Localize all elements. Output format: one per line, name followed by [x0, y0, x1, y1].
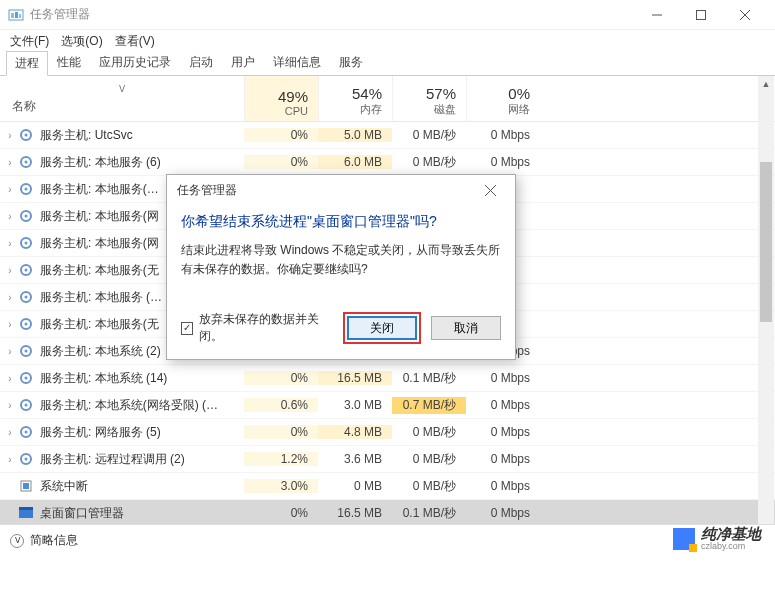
table-row[interactable]: ›服务主机: 远程过程调用 (2)1.2%3.6 MB0 MB/秒0 Mbps	[0, 446, 775, 473]
dialog-body-text: 结束此进程将导致 Windows 不稳定或关闭，从而导致丢失所有未保存的数据。你…	[181, 241, 501, 279]
shutdown-button[interactable]: 关闭	[347, 316, 417, 340]
dialog-heading: 你希望结束系统进程"桌面窗口管理器"吗?	[181, 213, 501, 231]
watermark: 纯净基地 czlaby.com	[673, 526, 761, 551]
cpu-usage-pct: 49%	[278, 88, 308, 105]
process-name-label: 服务主机: 本地服务(网	[40, 235, 159, 252]
gear-icon	[18, 451, 34, 467]
svg-rect-5	[697, 10, 706, 19]
gear-icon	[18, 154, 34, 170]
close-button[interactable]	[723, 0, 767, 30]
expander-icon[interactable]: ›	[4, 427, 16, 438]
process-name-label: 系统中断	[40, 478, 88, 495]
vertical-scrollbar[interactable]: ▲ ▼	[758, 76, 774, 556]
gear-icon	[18, 262, 34, 278]
menubar: 文件(F) 选项(O) 查看(V)	[0, 30, 775, 52]
cell-mem: 5.0 MB	[318, 128, 392, 142]
expander-icon[interactable]: ›	[4, 454, 16, 465]
table-row[interactable]: ›服务主机: 本地系统(网络受限) (…0.6%3.0 MB0.7 MB/秒0 …	[0, 392, 775, 419]
process-name-cell: ›服务主机: 远程过程调用 (2)	[0, 451, 244, 468]
scroll-thumb[interactable]	[760, 162, 772, 322]
table-row[interactable]: ›服务主机: 网络服务 (5)0%4.8 MB0 MB/秒0 Mbps	[0, 419, 775, 446]
process-name-label: 服务主机: 本地服务(网	[40, 208, 159, 225]
table-row[interactable]: 桌面窗口管理器0%16.5 MB0.1 MB/秒0 Mbps	[0, 500, 775, 527]
menu-file[interactable]: 文件(F)	[6, 31, 53, 52]
dialog-titlebar: 任务管理器	[167, 175, 515, 205]
col-memory[interactable]: 54% 内存	[318, 76, 392, 121]
watermark-sub: czlaby.com	[701, 541, 761, 551]
cell-net: 0 Mbps	[466, 398, 540, 412]
process-name-label: 服务主机: UtcSvc	[40, 127, 133, 144]
svg-rect-1	[11, 13, 14, 18]
process-name-label: 服务主机: 本地系统 (2)	[40, 343, 161, 360]
cell-disk: 0 MB/秒	[392, 424, 466, 441]
dwm-icon	[18, 505, 34, 521]
cell-cpu: 0%	[244, 155, 318, 169]
table-row[interactable]: ›服务主机: 本地系统 (14)0%16.5 MB0.1 MB/秒0 Mbps	[0, 365, 775, 392]
expander-icon[interactable]: ›	[4, 238, 16, 249]
cell-disk: 0 MB/秒	[392, 154, 466, 171]
cell-cpu: 3.0%	[244, 479, 318, 493]
cell-net: 0 Mbps	[466, 371, 540, 385]
cell-net: 0 Mbps	[466, 506, 540, 520]
net-label: 网络	[508, 102, 530, 117]
menu-options[interactable]: 选项(O)	[57, 31, 106, 52]
expander-icon[interactable]: ›	[4, 130, 16, 141]
col-cpu[interactable]: 49% CPU	[244, 76, 318, 121]
svg-point-11	[25, 161, 28, 164]
tab-processes[interactable]: 进程	[6, 51, 48, 76]
cancel-button[interactable]: 取消	[431, 316, 501, 340]
process-name-label: 服务主机: 网络服务 (5)	[40, 424, 161, 441]
chevron-down-icon[interactable]: ᐯ	[10, 534, 24, 548]
tab-performance[interactable]: 性能	[48, 50, 90, 75]
gear-icon	[18, 235, 34, 251]
gear-icon	[18, 316, 34, 332]
tab-users[interactable]: 用户	[222, 50, 264, 75]
expander-icon[interactable]: ›	[4, 265, 16, 276]
menu-view[interactable]: 查看(V)	[111, 31, 159, 52]
expander-icon[interactable]: ›	[4, 157, 16, 168]
col-name[interactable]: ᐯ 名称	[0, 76, 244, 121]
cell-disk: 0 MB/秒	[392, 478, 466, 495]
cell-cpu: 0%	[244, 371, 318, 385]
cell-disk: 0.1 MB/秒	[392, 505, 466, 522]
tab-services[interactable]: 服务	[330, 50, 372, 75]
svg-rect-37	[19, 507, 33, 510]
col-disk[interactable]: 57% 磁盘	[392, 76, 466, 121]
gear-icon	[18, 370, 34, 386]
table-row[interactable]: ›服务主机: 本地服务 (6)0%6.0 MB0 MB/秒0 Mbps	[0, 149, 775, 176]
cell-mem: 6.0 MB	[318, 155, 392, 169]
cpu-label: CPU	[285, 105, 308, 117]
expander-icon[interactable]: ›	[4, 373, 16, 384]
expander-icon[interactable]: ›	[4, 184, 16, 195]
cell-disk: 0.1 MB/秒	[392, 370, 466, 387]
tab-startup[interactable]: 启动	[180, 50, 222, 75]
col-network[interactable]: 0% 网络	[466, 76, 540, 121]
minimize-button[interactable]	[635, 0, 679, 30]
cell-cpu: 0%	[244, 506, 318, 520]
expander-icon[interactable]: ›	[4, 400, 16, 411]
tab-details[interactable]: 详细信息	[264, 50, 330, 75]
svg-point-19	[25, 269, 28, 272]
expander-icon[interactable]: ›	[4, 292, 16, 303]
process-name-label: 服务主机: 本地服务(无	[40, 262, 159, 279]
primary-button-highlight: 关闭	[343, 312, 421, 344]
simple-info-link[interactable]: 简略信息	[30, 532, 78, 549]
col-name-label: 名称	[12, 98, 36, 115]
expander-icon[interactable]: ›	[4, 319, 16, 330]
expander-icon[interactable]: ›	[4, 346, 16, 357]
dialog-close-button[interactable]	[475, 175, 505, 205]
table-row[interactable]: 系统中断3.0%0 MB0 MB/秒0 Mbps	[0, 473, 775, 500]
process-name-cell: ›服务主机: 本地系统(网络受限) (…	[0, 397, 244, 414]
table-row[interactable]: ›服务主机: UtcSvc0%5.0 MB0 MB/秒0 Mbps	[0, 122, 775, 149]
net-usage-pct: 0%	[508, 85, 530, 102]
cell-cpu: 0.6%	[244, 398, 318, 412]
maximize-button[interactable]	[679, 0, 723, 30]
cell-mem: 16.5 MB	[318, 371, 392, 385]
svg-point-23	[25, 323, 28, 326]
scroll-up-button[interactable]: ▲	[758, 76, 774, 92]
cell-mem: 3.6 MB	[318, 452, 392, 466]
expander-icon[interactable]: ›	[4, 211, 16, 222]
abandon-data-checkbox[interactable]: ✓ 放弃未保存的数据并关闭。	[181, 311, 333, 345]
tab-app-history[interactable]: 应用历史记录	[90, 50, 180, 75]
process-name-label: 服务主机: 本地服务(…	[40, 181, 159, 198]
